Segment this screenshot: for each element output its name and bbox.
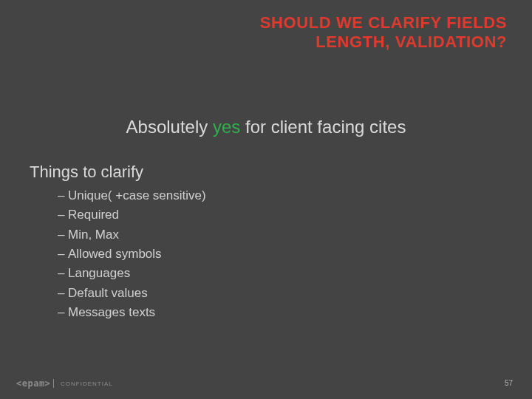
slide-title-line1: SHOULD WE CLARIFY FIELDS (260, 13, 507, 33)
slide: SHOULD WE CLARIFY FIELDS LENGTH, VALIDAT… (0, 0, 532, 399)
list-item-label: Allowed symbols (68, 247, 162, 261)
dash-icon: – (58, 205, 68, 225)
dash-icon: – (58, 303, 68, 322)
list-item: –Required (58, 205, 206, 225)
slide-title-line2: LENGTH, VALIDATION? (260, 33, 507, 52)
headline-before: Absolutely (126, 117, 213, 137)
list-item-label: Messages texts (68, 305, 155, 319)
dash-icon: – (58, 245, 68, 264)
page-number: 57 (505, 379, 513, 387)
bullet-list: –Unique( +case sensitive) –Required –Min… (58, 186, 206, 322)
list-item: –Languages (58, 264, 206, 283)
list-item: –Allowed symbols (58, 245, 206, 264)
dash-icon: – (58, 225, 68, 245)
footer: <epam> CONFIDENTIAL 57 (0, 374, 532, 389)
headline: Absolutely yes for client facing cites (0, 117, 532, 137)
list-item: –Unique( +case sensitive) (58, 186, 206, 205)
list-item: –Messages texts (58, 303, 206, 322)
list-item: –Min, Max (58, 225, 206, 245)
list-item-label: Min, Max (68, 228, 119, 242)
list-item-label: Languages (68, 266, 130, 280)
headline-after: for client facing cites (240, 117, 406, 137)
dash-icon: – (58, 284, 68, 303)
list-item-label: Default values (68, 286, 148, 300)
section-label: Things to clarify (30, 163, 143, 182)
headline-accent: yes (213, 117, 240, 137)
slide-title: SHOULD WE CLARIFY FIELDS LENGTH, VALIDAT… (260, 13, 507, 52)
confidential-label: CONFIDENTIAL (61, 381, 113, 387)
list-item: –Default values (58, 284, 206, 303)
dash-icon: – (58, 264, 68, 283)
list-item-label: Required (68, 208, 119, 222)
list-item-label: Unique( +case sensitive) (68, 188, 206, 202)
footer-separator (53, 379, 54, 388)
dash-icon: – (58, 186, 68, 205)
logo: <epam> (16, 378, 50, 389)
